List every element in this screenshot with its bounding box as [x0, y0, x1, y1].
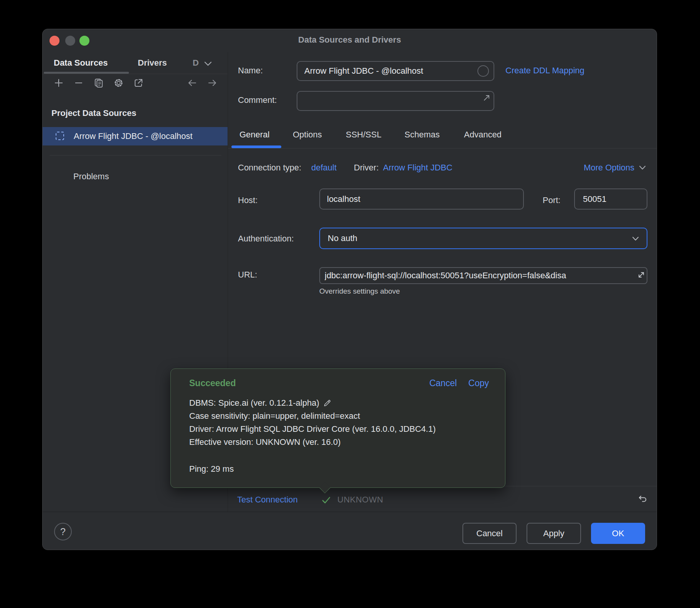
popup-dbms-line: DBMS: Spice.ai (ver. 0.12.1-alpha): [189, 397, 319, 410]
status-badge: Succeeded: [189, 378, 236, 388]
tab-options[interactable]: Options: [293, 130, 322, 140]
open-in-new-window-icon[interactable]: [134, 78, 144, 88]
url-input[interactable]: jdbc:arrow-flight-sql://localhost:50051?…: [319, 267, 647, 284]
test-connection-link[interactable]: Test Connection: [237, 495, 298, 505]
add-icon[interactable]: [54, 78, 64, 88]
connection-type-value[interactable]: default: [311, 163, 337, 173]
driver-value-link[interactable]: Arrow Flight JDBC: [383, 163, 452, 173]
more-options-label[interactable]: More Options: [584, 163, 634, 173]
tab-general[interactable]: General: [239, 130, 269, 140]
project-data-sources-header: Project Data Sources: [51, 108, 136, 118]
authentication-dropdown[interactable]: No auth: [319, 228, 647, 249]
sidebar-divider: [50, 155, 221, 155]
tab-advanced[interactable]: Advanced: [464, 130, 502, 140]
popup-ping-line: Ping: 29 ms: [189, 463, 234, 476]
gear-icon[interactable]: [114, 78, 124, 88]
port-input[interactable]: 50051: [574, 188, 647, 210]
authentication-value: No auth: [328, 228, 357, 248]
problems-item[interactable]: Problems: [73, 172, 109, 182]
port-label: Port:: [543, 195, 560, 205]
expand-comment-icon[interactable]: [483, 94, 490, 102]
tab-drivers[interactable]: Drivers: [138, 52, 167, 74]
help-button[interactable]: ?: [54, 523, 72, 540]
popup-copy-link[interactable]: Copy: [468, 378, 489, 388]
port-value: 50051: [583, 189, 606, 209]
comment-input[interactable]: [297, 91, 494, 111]
chevron-down-icon: [639, 165, 646, 170]
duplicate-icon[interactable]: [94, 78, 104, 88]
chevron-down-icon: [632, 236, 639, 241]
screen: Data Sources and Drivers Data Sources Dr…: [0, 0, 700, 608]
create-ddl-mapping-link[interactable]: Create DDL Mapping: [505, 66, 584, 76]
tab-overflow-truncated[interactable]: D: [193, 52, 199, 74]
active-tab-underline: [231, 145, 281, 148]
ok-button[interactable]: OK: [591, 523, 645, 544]
popup-notch: [319, 482, 331, 494]
undo-icon[interactable]: [637, 493, 648, 504]
datasource-icon: [56, 132, 64, 140]
sidebar-tab-strip: Data Sources Drivers D: [43, 52, 228, 74]
name-status-circle-icon: [477, 65, 489, 77]
name-label: Name:: [238, 66, 263, 76]
forward-arrow-icon[interactable]: [207, 78, 217, 88]
comment-label: Comment:: [238, 95, 277, 105]
tab-ssh-ssl[interactable]: SSH/SSL: [346, 130, 381, 140]
back-arrow-icon[interactable]: [187, 78, 197, 88]
name-input[interactable]: Arrow Flight JDBC - @localhost: [297, 61, 494, 81]
check-icon: [321, 495, 331, 505]
connection-result-text: UNKNOWN: [337, 495, 383, 505]
popup-version-line: Effective version: UNKNOWN (ver. 16.0): [189, 436, 436, 449]
pencil-icon[interactable]: [323, 399, 332, 407]
name-value: Arrow Flight JDBC - @localhost: [304, 62, 423, 80]
apply-button[interactable]: Apply: [527, 523, 581, 544]
url-value: jdbc:arrow-flight-sql://localhost:50051?…: [325, 268, 641, 283]
authentication-label: Authentication:: [238, 234, 294, 244]
tab-data-sources[interactable]: Data Sources: [54, 52, 108, 74]
expand-url-icon[interactable]: [637, 270, 646, 279]
url-hint: Overrides settings above: [319, 287, 400, 296]
data-sources-dialog: Data Sources and Drivers Data Sources Dr…: [42, 29, 657, 550]
tab-strip-divider: [228, 148, 657, 149]
test-connection-result-popup: Succeeded Cancel Copy DBMS: Spice.ai (ve…: [170, 368, 505, 488]
footer-divider: [43, 512, 657, 512]
connection-type-label: Connection type:: [238, 163, 301, 173]
more-options[interactable]: More Options: [584, 163, 646, 173]
chevron-down-icon[interactable]: [204, 61, 212, 66]
popup-case-line: Case sensitivity: plain=upper, delimited…: [189, 410, 436, 423]
url-label: URL:: [238, 270, 257, 280]
host-label: Host:: [238, 195, 258, 205]
popup-cancel-link[interactable]: Cancel: [429, 378, 457, 388]
cancel-button[interactable]: Cancel: [462, 523, 517, 544]
selected-tab-underline: [44, 72, 129, 74]
driver-label: Driver:: [354, 163, 379, 173]
window-title: Data Sources and Drivers: [43, 35, 657, 45]
data-source-list-item-selected[interactable]: Arrow Flight JDBC - @localhost: [43, 127, 228, 145]
remove-icon[interactable]: [74, 78, 84, 88]
tab-schemas[interactable]: Schemas: [404, 130, 440, 140]
host-input[interactable]: localhost: [319, 188, 524, 210]
data-source-item-label: Arrow Flight JDBC - @localhost: [74, 127, 193, 145]
host-value: localhost: [327, 189, 360, 209]
popup-driver-line: Driver: Arrow Flight SQL JDBC Driver Cor…: [189, 423, 436, 436]
